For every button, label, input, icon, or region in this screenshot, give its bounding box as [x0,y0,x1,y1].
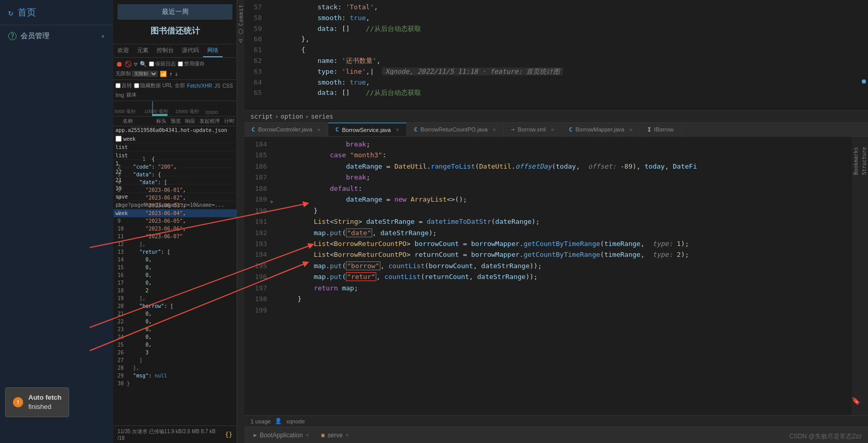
refresh-icon: ↻ [8,8,13,18]
clear-btn[interactable]: 🚫 [125,61,132,68]
js-filter[interactable]: JS [214,83,221,89]
json-response-panel: 名称 标头 预览 响应 发起程序 计时 app.a25519586a0b4341… [113,117,237,425]
left-sidebar: ↻ 首页 ? 会员管理 ▾ [0,0,113,443]
close-icon-2[interactable]: × [396,127,399,133]
devtools-tabs: 欢迎 元素 控制台 源代码 网络 [113,44,237,58]
media-filter[interactable]: 媒体 [126,91,137,99]
structure-panel: Structure [860,137,868,415]
network-title: 最近一周 [118,4,232,20]
serve-close-icon[interactable]: × [346,432,349,438]
img-filter[interactable]: Img [115,92,124,98]
bottom-tab-serve[interactable]: ▣ serve × [316,430,354,441]
java-icon-2: C [336,126,339,133]
editor-code-content: break; case "month3": dateRange = DateUt… [277,137,852,415]
close-icon-4[interactable]: × [551,127,554,133]
chevron-down-icon: ▾ [101,32,105,40]
timeline: 5000 毫秒 10000 毫秒 15000 毫秒 20000 [113,101,237,117]
editor-tabs: C BorrowController.java × C BorrowServic… [244,123,868,137]
tab-borrow-service[interactable]: C BorrowService.java × [328,123,407,136]
breadcrumb-series: series [311,113,333,120]
breadcrumb-option: option [281,113,303,120]
network-row-1[interactable]: week [113,135,237,143]
toast-text: Auto fetch finished [28,393,61,412]
bookmarks-panel: Bookmarks 🔖 [852,137,860,415]
record-btn[interactable]: ⏺ [115,60,123,68]
network-status-text: 11/35 次请求 已传输11.9 kB/2.6 MB 8.7 kB /18 [118,428,221,441]
gutter-indicators [862,0,868,110]
usage-count: 1 usage [251,418,271,424]
wifi-icon: 📶 [160,71,167,77]
css-filter[interactable]: CSS [222,83,233,89]
js-icon: {} [225,431,232,438]
down-arrow-icon[interactable]: ↓ [175,71,178,77]
tab-source[interactable]: 源代码 [178,44,203,57]
chart-code-section: 57 58 59 60 61 62 63 64 65 stack: 'Total… [244,0,868,111]
throttle-select[interactable]: 无限制 无限制 [115,70,158,77]
tab-iborrow[interactable]: I IBorrow [640,123,681,136]
editor-container: 184 185 186 187 188 189 190 191 192 193 … [244,137,868,415]
boot-close-icon[interactable]: × [306,432,309,438]
code-editor-wrapper: 184 185 186 187 188 189 190 191 192 193 … [244,137,852,415]
breadcrumb: script › option › series [244,111,868,123]
main-code-area: 57 58 59 60 61 62 63 64 65 stack: 'Total… [244,0,868,443]
toast-warning-icon: ! [13,397,23,407]
network-row-0[interactable]: app.a25519586a0b4341.hot-update.json [113,126,237,135]
tab-borrow-retur-count-po[interactable]: C BorrowReturCountPO.java × [407,123,504,136]
disable-cache-checkbox[interactable]: 禁用缓存 [178,60,205,68]
period-label: 最近一周 [162,8,189,15]
watermark: CSDN @失败尽是常态Zzz [789,432,862,441]
bookmarks-label: Bookmarks [852,137,860,185]
network-toolbar: ⏺ 🚫 ▽ 🔍 保留日志 禁用缓存 无限制 无限制 📶 ↑ ↓ [113,58,237,80]
java-icon-3: C [414,126,418,133]
tab-elements[interactable]: 元素 [133,44,153,57]
network-panel: 最近一周 图书借还统计 欢迎 元素 控制台 源代码 网络 ⏺ 🚫 ▽ 🔍 保留日… [113,0,237,443]
tab-console[interactable]: 控制台 [153,44,178,57]
chart-code-content: stack: 'Total', smooth: true, data: [] /… [265,0,862,110]
commit-arrow-icon: ⬡ [238,28,243,35]
tab-borrow-xml[interactable]: → Borrow.xml × [504,123,562,136]
bottom-tab-boot[interactable]: ▶ BootApplication × [248,430,314,441]
breadcrumb-sep2: › [305,113,309,120]
fetch-xhr-filter[interactable]: Fetch/XHR [187,83,212,89]
boot-icon: ▶ [254,432,257,438]
close-icon-3[interactable]: × [493,127,496,133]
line-numbers-top: 57 58 59 60 61 62 63 64 65 [244,0,265,110]
commit-down-icon: ▽ [239,37,242,44]
json-content: 1 { 2 "code": "200", 3 "data": { 4 "date… [118,147,186,395]
java-icon-5: C [569,126,573,133]
question-icon: ? [8,32,16,40]
close-icon-1[interactable]: × [318,127,321,133]
row-checkbox[interactable] [115,136,122,142]
interface-icon: I [647,126,651,133]
preserve-log-checkbox[interactable]: 保留日志 [149,60,176,68]
close-icon-5[interactable]: × [629,127,632,133]
network-list-header: 名称 标头 预览 响应 发起程序 计时 [113,117,237,126]
member-label: 会员管理 [21,31,49,41]
breadcrumb-script: script [251,113,273,120]
commit-panel: Commit ⬡ ▽ [237,0,244,443]
xml-icon: → [511,126,514,133]
commit-label: Commit [238,4,244,26]
search-btn[interactable]: 🔍 [140,61,147,68]
network-status-bar: 11/35 次请求 已传输11.9 kB/2.6 MB 8.7 kB /18 {… [113,425,237,443]
up-arrow-icon[interactable]: ↑ [169,71,173,77]
home-label: 首页 [18,6,36,19]
tab-borrow-controller[interactable]: C BorrowController.java × [244,123,328,136]
chart-title: 图书借还统计 [118,23,232,40]
auto-fetch-toast: ! Auto fetch finished [5,387,69,417]
java-icon-1: C [252,126,255,133]
editor-gutter: 184 185 186 187 188 189 190 191 192 193 … [244,137,270,415]
tab-borrow-mapper[interactable]: C BorrowMapper.java × [562,123,640,136]
tab-network[interactable]: 网络 [203,44,223,57]
bookmark-icon[interactable]: 🔖 [852,397,860,405]
gutter-run-icons: ▶ [270,137,277,415]
network-top: 最近一周 图书借还统计 [113,0,237,44]
bottom-tabs: ▶ BootApplication × ▣ serve × [244,426,868,443]
sidebar-home[interactable]: ↻ 首页 [0,0,113,25]
sidebar-item-member[interactable]: ? 会员管理 ▾ [0,25,113,47]
tab-welcome[interactable]: 欢迎 [113,44,133,57]
filter-btn[interactable]: ▽ [134,61,138,68]
structure-label: Structure [860,137,868,185]
username: xqnode [286,418,305,424]
user-icon: 👤 [275,418,282,424]
